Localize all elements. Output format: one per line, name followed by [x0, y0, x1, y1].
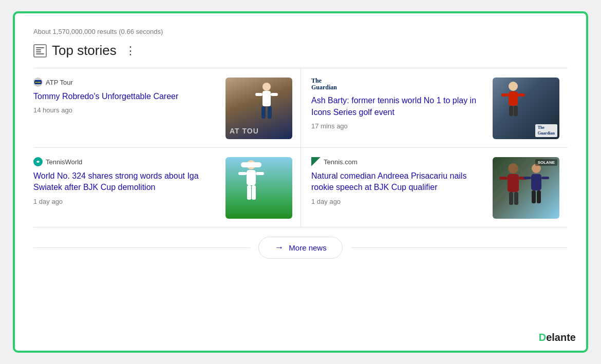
story-card-1: ●●● ATP Tour Tommy Robredo's Unforgettab…: [33, 68, 300, 148]
svg-rect-5: [262, 91, 271, 106]
story-source-3: TennisWorld: [33, 157, 219, 166]
section-header: Top stories ⋮: [33, 43, 568, 59]
svg-rect-33: [514, 192, 518, 205]
svg-rect-14: [509, 106, 513, 116]
story-thumbnail-3[interactable]: [226, 157, 292, 219]
svg-rect-29: [508, 174, 519, 192]
svg-rect-38: [532, 190, 536, 203]
news-icon: [33, 44, 47, 58]
story-title-3[interactable]: World No. 324 shares strong words about …: [33, 170, 219, 194]
tenniscom-logo: [311, 157, 321, 166]
story-title-2[interactable]: Ash Barty: former tennis world No 1 to p…: [311, 95, 486, 118]
story-time-2: 17 mins ago: [311, 122, 486, 130]
svg-rect-2: [36, 51, 41, 52]
svg-rect-11: [509, 91, 518, 106]
svg-rect-7: [271, 93, 278, 96]
svg-rect-12: [501, 93, 509, 97]
story-thumbnail-4[interactable]: SOLANE: [493, 157, 559, 219]
story-card-2: TheGuardian Ash Barty: former tennis wor…: [300, 68, 568, 148]
svg-point-28: [508, 163, 518, 174]
svg-rect-22: [256, 172, 264, 175]
story-source-2: TheGuardian: [311, 78, 486, 91]
story-card-4: Tennis.com Natural comedian Andreea Pris…: [300, 148, 568, 227]
main-container: About 1,570,000,000 results (0.66 second…: [13, 11, 588, 353]
svg-rect-24: [252, 185, 256, 200]
svg-rect-21: [238, 172, 247, 175]
arrow-icon: →: [274, 242, 284, 253]
divider-left: [33, 247, 250, 248]
svg-rect-8: [261, 106, 266, 119]
svg-rect-39: [537, 190, 541, 203]
story-content-4: Tennis.com Natural comedian Andreea Pris…: [311, 157, 486, 219]
delante-d: D: [539, 332, 546, 343]
svg-rect-32: [509, 192, 513, 205]
story-content-2: TheGuardian Ash Barty: former tennis wor…: [311, 78, 486, 139]
tennisworld-logo: [33, 157, 43, 166]
story-time-4: 1 day ago: [311, 198, 486, 205]
svg-rect-0: [36, 47, 44, 48]
story-source-1: ●●● ATP Tour: [33, 78, 219, 87]
svg-rect-30: [499, 177, 508, 180]
svg-point-10: [509, 82, 518, 91]
stories-grid: ●●● ATP Tour Tommy Robredo's Unforgettab…: [33, 68, 568, 227]
svg-rect-13: [518, 93, 525, 97]
delante-rest: elante: [546, 332, 576, 343]
delante-branding: Delante: [539, 332, 576, 343]
svg-rect-6: [255, 93, 262, 96]
story-time-1: 14 hours ago: [33, 106, 219, 114]
svg-rect-35: [531, 174, 541, 190]
section-menu-button[interactable]: ⋮: [125, 44, 137, 58]
svg-rect-3: [36, 53, 44, 54]
svg-rect-1: [36, 49, 41, 50]
svg-rect-36: [523, 177, 531, 179]
svg-point-4: [262, 83, 271, 91]
results-count: About 1,570,000,000 results (0.66 second…: [33, 28, 568, 35]
more-news-row: → More news: [33, 227, 568, 264]
atp-logo: ●●●: [33, 78, 43, 87]
story-thumbnail-2[interactable]: TheGuardian: [493, 78, 559, 139]
story-content-1: ●●● ATP Tour Tommy Robredo's Unforgettab…: [33, 78, 219, 139]
more-news-button[interactable]: → More news: [258, 237, 342, 259]
source-name-1: ATP Tour: [46, 79, 73, 86]
svg-point-17: [37, 161, 39, 163]
story-source-4: Tennis.com: [311, 157, 486, 166]
guardian-logo: TheGuardian: [311, 78, 337, 91]
svg-rect-19: [241, 162, 261, 167]
source-name-3: TennisWorld: [46, 158, 82, 166]
svg-rect-37: [541, 177, 549, 179]
story-title-1[interactable]: Tommy Robredo's Unforgettable Career: [33, 91, 219, 102]
story-thumbnail-1[interactable]: AT TOU: [226, 78, 292, 139]
section-title: Top stories: [52, 43, 117, 59]
story-card-3: TennisWorld World No. 324 shares strong …: [33, 148, 300, 227]
svg-rect-15: [514, 106, 518, 116]
story-title-4[interactable]: Natural comedian Andreea Prisacariu nail…: [311, 170, 486, 194]
svg-rect-9: [268, 106, 272, 119]
more-news-label: More news: [289, 243, 326, 252]
story-content-3: TennisWorld World No. 324 shares strong …: [33, 157, 219, 219]
source-name-4: Tennis.com: [324, 158, 358, 166]
svg-rect-20: [247, 170, 256, 185]
divider-right: [351, 247, 568, 248]
story-time-3: 1 day ago: [33, 198, 219, 205]
svg-rect-23: [247, 185, 251, 200]
